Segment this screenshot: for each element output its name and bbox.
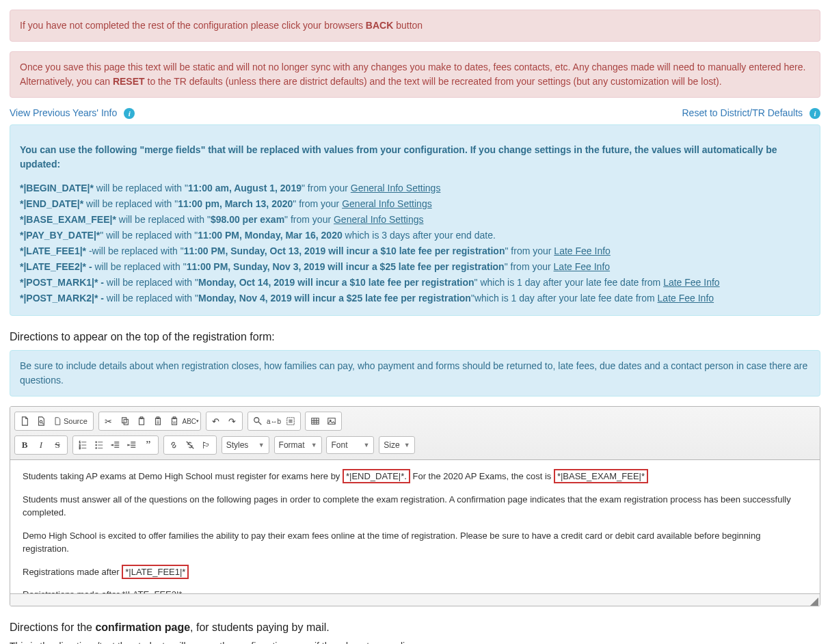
merge-post-mark2: *|POST_MARK2|* - will be replaced with "… [20, 291, 810, 306]
find-icon[interactable] [250, 414, 266, 429]
svg-text:3: 3 [79, 447, 81, 450]
alert-save-post: to the TR defaults (unless there are dis… [145, 76, 722, 87]
svg-text:W: W [172, 420, 176, 425]
source-button[interactable]: Source [49, 414, 92, 429]
merge-begin-date: *|BEGIN_DATE|* will be replaced with "11… [20, 181, 810, 196]
info-icon[interactable]: i [809, 108, 820, 119]
directions-heading: Directions to appear on the top of the r… [10, 331, 820, 343]
svg-text:2: 2 [79, 444, 81, 447]
svg-point-19 [96, 444, 97, 446]
svg-rect-12 [312, 418, 319, 425]
preview-icon[interactable] [33, 414, 49, 429]
numbered-list-icon[interactable]: 123 [75, 438, 91, 453]
italic-icon[interactable]: I [33, 438, 49, 453]
alert-save: Once you save this page this text will b… [10, 51, 820, 98]
info-icon[interactable]: i [124, 108, 135, 119]
alert-back: If you have not completed the rest of th… [10, 10, 820, 42]
late-fee-info-link[interactable]: Late Fee Info [554, 245, 611, 256]
merge-pay-by: *|PAY_BY_DATE|*" will be replaced with "… [20, 228, 810, 243]
editor-content[interactable]: Students taking AP exams at Demo High Sc… [10, 460, 820, 593]
svg-point-10 [254, 418, 258, 422]
svg-rect-13 [328, 418, 336, 425]
rich-text-editor: Source ✂ W ABC▾ ↶ ↷ [10, 406, 820, 606]
merge-field-end-date: *|END_DATE|*. [343, 469, 410, 483]
editor-footer [10, 593, 820, 606]
merge-late-fee1: *|LATE_FEE1|* -will be replaced with "11… [20, 244, 810, 258]
merge-field-base-fee: *|BASE_EXAM_FEE|* [554, 469, 648, 483]
svg-point-18 [96, 442, 97, 443]
undo-icon[interactable]: ↶ [208, 414, 224, 429]
table-icon[interactable] [307, 414, 323, 429]
indent-icon[interactable] [124, 438, 140, 453]
merge-fields-box: You can use the following "merge fields"… [10, 124, 820, 316]
image-icon[interactable] [323, 414, 340, 429]
outdent-icon[interactable] [107, 438, 124, 453]
bold-icon[interactable]: B [16, 438, 33, 453]
reset-defaults-link[interactable]: Reset to District/TR Defaults [682, 107, 803, 118]
directions-tip: Be sure to include details about when re… [10, 350, 820, 397]
link-row: View Previous Years' Info i Reset to Dis… [10, 107, 820, 119]
spellcheck-icon[interactable]: ABC▾ [183, 414, 199, 429]
late-fee-info-link[interactable]: Late Fee Info [554, 261, 611, 272]
merge-intro: You can use the following "merge fields"… [20, 143, 810, 172]
merge-late-fee2: *|LATE_FEE2|* - will be replaced with "1… [20, 260, 810, 274]
merge-base-fee: *|BASE_EXAM_FEE|* will be replaced with … [20, 213, 810, 227]
replace-icon[interactable]: a↔b [266, 414, 282, 429]
svg-point-20 [96, 448, 97, 449]
late-fee-info-link[interactable]: Late Fee Info [658, 293, 714, 304]
size-combo[interactable]: Size▼ [379, 436, 414, 454]
unlink-icon[interactable] [182, 438, 198, 453]
font-combo[interactable]: Font▼ [326, 436, 374, 454]
styles-combo[interactable]: Styles▼ [222, 436, 269, 454]
editor-toolbar: Source ✂ W ABC▾ ↶ ↷ [10, 407, 820, 460]
paste-word-icon[interactable]: W [166, 414, 183, 429]
link-icon[interactable] [165, 438, 182, 453]
merge-end-date: *|END_DATE|* will be replaced with "11:0… [20, 197, 810, 211]
alert-back-text-post: button [393, 20, 423, 31]
svg-text:1: 1 [79, 441, 81, 444]
paste-text-icon[interactable] [150, 414, 166, 429]
alert-back-text-pre: If you have not completed the rest of th… [20, 20, 366, 31]
general-info-link[interactable]: General Info Settings [351, 183, 441, 193]
bulleted-list-icon[interactable] [91, 438, 107, 453]
resize-handle-icon[interactable] [810, 598, 818, 606]
merge-post-mark1: *|POST_MARK1|* - will be replaced with "… [20, 276, 810, 290]
paste-icon[interactable] [133, 414, 150, 429]
redo-icon[interactable]: ↷ [224, 414, 241, 429]
blockquote-icon[interactable]: ” [140, 438, 157, 453]
merge-field-late-fee1: *|LATE_FEE1|* [122, 565, 189, 579]
confirmation-heading: Directions for the confirmation page, fo… [10, 621, 820, 634]
general-info-link[interactable]: General Info Settings [334, 214, 424, 225]
cut-icon[interactable]: ✂ [101, 414, 117, 429]
late-fee-info-link[interactable]: Late Fee Info [663, 277, 720, 288]
strike-icon[interactable]: S [49, 438, 66, 453]
format-combo[interactable]: Format▼ [274, 436, 322, 454]
copy-icon[interactable] [117, 414, 133, 429]
view-previous-years-link[interactable]: View Previous Years' Info [10, 107, 117, 118]
alert-back-bold: BACK [366, 20, 393, 31]
confirmation-subtext: This is the directions/text the students… [10, 641, 820, 644]
anchor-icon[interactable]: 🏳 [198, 438, 215, 453]
select-all-icon[interactable] [282, 414, 299, 429]
new-page-icon[interactable] [16, 414, 33, 429]
reset-link[interactable]: RESET [113, 76, 145, 87]
general-info-link[interactable]: General Info Settings [342, 198, 432, 209]
svg-point-0 [40, 420, 42, 423]
